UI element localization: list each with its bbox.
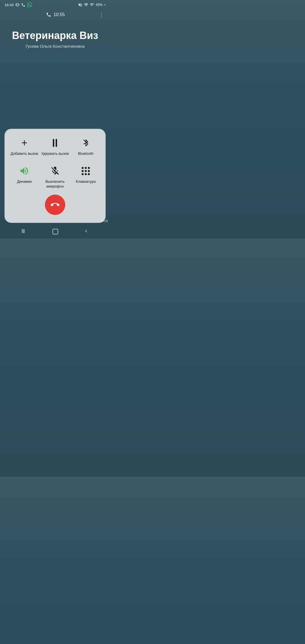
brand-label: 2GIS <box>101 219 108 223</box>
wifi-icon <box>84 3 88 7</box>
contact-name: Ветеринарка Виз <box>6 29 104 42</box>
hold-label: Удержать вызов <box>41 151 69 156</box>
call-header: 10:55 ⋮ <box>0 8 110 21</box>
end-call-icon <box>51 200 60 209</box>
contact-area: Ветеринарка Виз Гусева Ольга Константино… <box>0 21 110 54</box>
contact-subtitle: Гусева Ольга Константиновна <box>6 44 104 49</box>
vibrate-icon <box>16 3 19 7</box>
call-timer: 10:55 <box>46 12 65 17</box>
keypad-label: Клавиатура <box>76 179 95 184</box>
add-call-label: Добавить вызов <box>11 151 38 156</box>
mute-button[interactable]: Выключить микрофон <box>41 165 69 189</box>
speaker-button[interactable]: Динамик <box>10 165 38 184</box>
status-right: 45% <box>78 3 106 7</box>
bluetooth-icon <box>80 137 92 149</box>
svg-rect-2 <box>24 229 25 233</box>
add-call-icon: + <box>18 137 30 149</box>
status-bar: 16:44 45% <box>0 0 110 8</box>
controls-row-1: + Добавить вызов Удержать вызов Bluetoot… <box>9 137 101 156</box>
call-icon <box>21 3 25 7</box>
more-options-button[interactable]: ⋮ <box>99 11 104 18</box>
mute-icon <box>78 3 82 7</box>
add-call-button[interactable]: + Добавить вызов <box>10 137 38 156</box>
signal-icon <box>90 3 94 7</box>
end-call-button[interactable] <box>45 195 65 215</box>
controls-row-2: Динамик Выключить микрофон Клавиатура <box>9 165 101 189</box>
navigation-bar <box>0 225 110 238</box>
battery-percentage: 45% <box>96 3 103 7</box>
bluetooth-label: Bluetooth <box>78 151 93 156</box>
whatsapp-icon <box>27 2 32 7</box>
status-left: 16:44 <box>5 2 32 7</box>
keypad-button[interactable]: Клавиатура <box>72 165 100 184</box>
bluetooth-button[interactable]: Bluetooth <box>72 137 100 156</box>
hold-call-button[interactable]: Удержать вызов <box>41 137 69 156</box>
svg-rect-1 <box>23 229 23 233</box>
nav-back-button[interactable] <box>83 228 89 235</box>
phone-timer-icon <box>46 12 51 17</box>
svg-rect-0 <box>22 229 22 233</box>
battery-dot <box>104 4 106 6</box>
speaker-label: Динамик <box>17 179 32 184</box>
time: 16:44 <box>5 3 14 7</box>
nav-recents-button[interactable] <box>21 228 27 236</box>
call-duration: 10:55 <box>53 12 65 17</box>
mute-label: Выключить микрофон <box>41 179 69 189</box>
control-panel: + Добавить вызов Удержать вызов Bluetoot… <box>5 129 106 223</box>
hold-icon <box>49 137 61 149</box>
nav-home-button[interactable] <box>53 229 58 234</box>
keypad-icon <box>80 165 92 177</box>
speaker-icon <box>18 165 30 177</box>
end-call-row <box>9 195 101 215</box>
home-square-icon <box>53 229 58 234</box>
mute-icon <box>49 165 61 177</box>
